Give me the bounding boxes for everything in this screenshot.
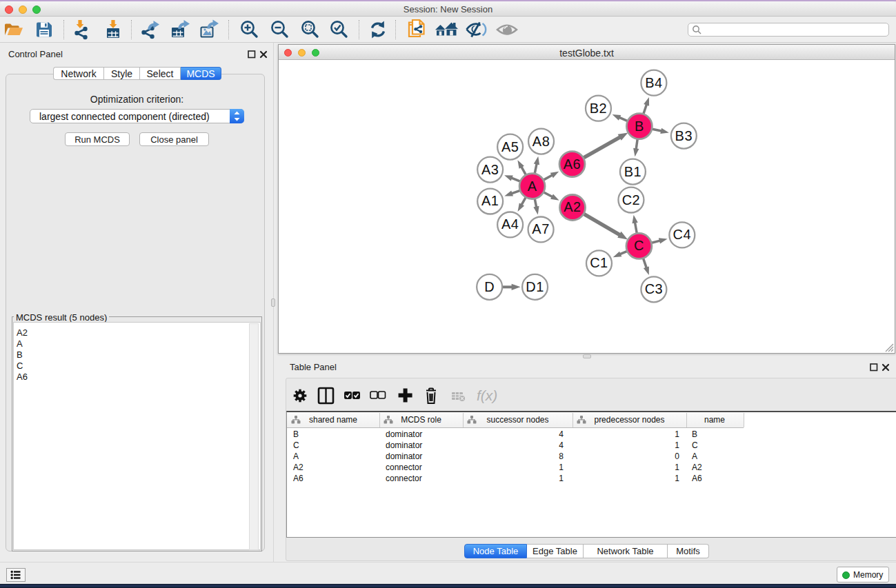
svg-text:f(x): f(x) (477, 387, 497, 403)
svg-text:A5: A5 (501, 139, 519, 154)
svg-text:A6: A6 (564, 156, 581, 172)
svg-text:A1: A1 (481, 194, 499, 209)
svg-text:C3: C3 (645, 281, 664, 296)
svg-text:C2: C2 (622, 192, 641, 207)
svg-text:A2: A2 (564, 199, 581, 214)
svg-text:D: D (484, 279, 495, 294)
svg-text:A8: A8 (532, 134, 550, 149)
svg-text:C1: C1 (590, 255, 608, 270)
svg-text:A3: A3 (481, 162, 499, 177)
svg-text:B1: B1 (624, 164, 641, 179)
svg-text:B2: B2 (590, 101, 607, 116)
svg-text:B4: B4 (645, 75, 662, 90)
svg-text:C: C (634, 238, 644, 253)
svg-text:A: A (528, 179, 537, 194)
svg-text:D1: D1 (526, 279, 544, 294)
svg-text:C4: C4 (673, 227, 692, 242)
svg-text:A4: A4 (501, 216, 519, 232)
svg-text:B3: B3 (675, 128, 693, 143)
svg-text:A7: A7 (532, 221, 549, 236)
svg-text:B: B (635, 119, 644, 134)
